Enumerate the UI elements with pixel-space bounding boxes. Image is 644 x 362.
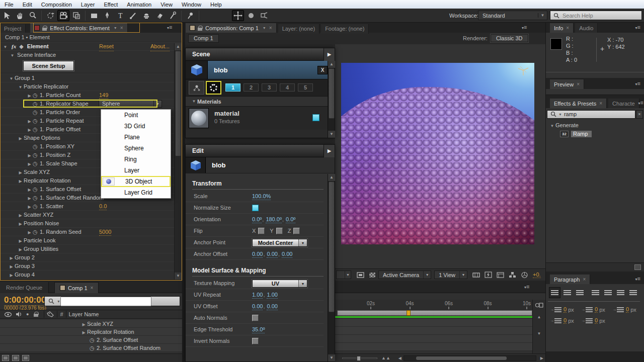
- group-slot-1[interactable]: 1: [225, 83, 240, 92]
- property-value[interactable]: 0.0: [99, 203, 107, 210]
- delete-object-button[interactable]: X: [317, 66, 328, 74]
- stopwatch-icon[interactable]: ◷: [33, 159, 40, 168]
- scene-object-row[interactable]: blob X: [186, 61, 335, 79]
- align-button-4[interactable]: [602, 287, 614, 298]
- value-scrubber[interactable]: 0.00: [252, 303, 263, 310]
- effects-search-box[interactable]: ▼: [547, 110, 635, 119]
- value-scrubber[interactable]: 1.00: [252, 291, 263, 299]
- frame-blend-icon[interactable]: [12, 355, 19, 361]
- stopwatch-icon[interactable]: ◷: [90, 344, 97, 352]
- panel-menu-icon[interactable]: ≡: [635, 80, 640, 86]
- dropdown-item-3d-grid[interactable]: 3D Grid: [101, 121, 171, 132]
- timeline-search-box[interactable]: ▼: [44, 296, 180, 306]
- indent-value[interactable]: 0: [595, 317, 598, 324]
- stopwatch-icon[interactable]: ◷: [33, 194, 40, 202]
- close-icon[interactable]: ×: [583, 277, 586, 282]
- timeline-zoom-slider[interactable]: [342, 357, 377, 359]
- flip-checkbox-z[interactable]: [293, 228, 300, 234]
- close-icon[interactable]: ×: [566, 25, 569, 31]
- eraser-tool-icon[interactable]: [153, 10, 166, 21]
- effect-row[interactable]: ▶Group 3: [0, 261, 174, 270]
- scroll-down-icon[interactable]: ▼: [328, 354, 335, 361]
- stopwatch-icon[interactable]: ◷: [33, 228, 40, 236]
- value-scrubber[interactable]: 100.0%: [252, 193, 271, 200]
- tab-info[interactable]: Info×: [550, 23, 574, 33]
- camera-tool-icon[interactable]: [57, 10, 69, 21]
- current-time-display[interactable]: 0:00:00:00: [4, 295, 46, 306]
- help-search-box[interactable]: [550, 11, 642, 20]
- roto-brush-tool-icon[interactable]: [167, 10, 179, 21]
- scroll-down-icon[interactable]: ▼: [328, 131, 335, 138]
- scroll-right-icon[interactable]: ▶: [538, 356, 545, 360]
- effect-row[interactable]: ▶◷1. Random Seed5000: [0, 227, 174, 236]
- menu-view[interactable]: View: [156, 2, 177, 8]
- flip-checkbox-x[interactable]: [258, 228, 265, 234]
- property-value[interactable]: 149: [99, 92, 108, 99]
- align-button-0[interactable]: [549, 287, 560, 298]
- label-tag-icon[interactable]: [47, 311, 54, 317]
- tab-layer[interactable]: Layer: (none): [278, 24, 319, 34]
- tab-preview[interactable]: Preview×: [550, 79, 584, 89]
- effect-row[interactable]: ◷1. Replicator ShapeSphere▼: [0, 99, 174, 108]
- property-dropdown[interactable]: Model Center▼: [252, 239, 307, 247]
- value-scrubber[interactable]: 180.0º: [266, 216, 282, 223]
- effects-group-generate[interactable]: ▼Generate: [546, 120, 644, 129]
- camera-view-popup[interactable]: Active Camera ▼: [378, 270, 431, 279]
- indent-field-0[interactable]: →0px: [550, 306, 574, 313]
- tab-project[interactable]: Project: [0, 24, 26, 34]
- effect-row[interactable]: ▶Group 2: [0, 253, 174, 261]
- stopwatch-icon[interactable]: ◷: [90, 336, 97, 344]
- menu-window[interactable]: Window: [177, 2, 206, 8]
- scroll-up-icon[interactable]: ▲: [175, 43, 182, 50]
- track-camera-icon[interactable]: [258, 10, 270, 21]
- stopwatch-icon[interactable]: ◷: [33, 117, 40, 125]
- view-layout-popup[interactable]: 1 View ▼: [434, 270, 467, 279]
- scroll-up-icon[interactable]: ▲: [533, 315, 545, 319]
- group-slot-2[interactable]: 2: [244, 83, 259, 92]
- value-scrubber[interactable]: 0.00: [267, 303, 277, 310]
- stopwatch-icon[interactable]: ◷: [33, 151, 40, 159]
- align-button-3[interactable]: [590, 287, 601, 298]
- stopwatch-icon[interactable]: ◷: [33, 142, 40, 151]
- indent-value[interactable]: 0: [626, 306, 629, 313]
- orbit-camera-sphere-icon[interactable]: [245, 10, 257, 21]
- twirl-down-icon[interactable]: ▼: [191, 99, 197, 104]
- effect-row[interactable]: ▶Group Utilities: [0, 244, 174, 253]
- scroll-down-icon[interactable]: ▼: [533, 331, 545, 336]
- tab-paragraph[interactable]: Paragraph×: [550, 275, 590, 284]
- close-icon[interactable]: ×: [91, 285, 94, 291]
- light-axis-icon[interactable]: [516, 64, 530, 76]
- solo-icon[interactable]: ●: [26, 312, 29, 317]
- panel-menu-icon[interactable]: ≡: [522, 24, 526, 30]
- panel-menu-icon[interactable]: ≡: [635, 24, 640, 30]
- tab-footage[interactable]: Footage: (none): [321, 24, 369, 34]
- text-tool-icon[interactable]: T: [114, 10, 126, 21]
- hand-tool-icon[interactable]: [14, 10, 26, 21]
- scroll-down-icon[interactable]: ▼: [175, 273, 182, 280]
- work-area-bar[interactable]: [337, 310, 532, 316]
- close-icon[interactable]: ×: [120, 25, 123, 31]
- indent-value[interactable]: 0: [595, 306, 598, 313]
- effect-row[interactable]: ▶◷1. Scatter0.0: [0, 202, 174, 210]
- effect-row[interactable]: ▼Group 1: [0, 73, 174, 82]
- workspace-select[interactable]: Standard ▼: [478, 11, 547, 20]
- menu-help[interactable]: Help: [206, 2, 226, 8]
- panel-menu-icon[interactable]: ≡: [167, 24, 172, 30]
- tab-composition[interactable]: Composition: Comp 1 ▼ ×: [186, 23, 277, 33]
- panel-menu-icon[interactable]: ≡: [524, 284, 529, 290]
- time-ruler[interactable]: 02s04s06s08s10s: [335, 300, 532, 310]
- work-area-marker[interactable]: [407, 310, 411, 316]
- effect-row[interactable]: ▶◷1. Particle Count149: [0, 90, 174, 99]
- column-layer-name[interactable]: Layer Name: [69, 311, 99, 317]
- hscroll-thumb[interactable]: [416, 356, 507, 360]
- dropdown-item-point[interactable]: Point: [101, 110, 171, 121]
- dropdown-item-3d-object[interactable]: 3D Object: [101, 176, 171, 187]
- exposure-value[interactable]: +0.: [533, 272, 541, 278]
- group-slot-3[interactable]: 3: [262, 83, 277, 92]
- brush-tool-icon[interactable]: [127, 10, 139, 21]
- stopwatch-icon[interactable]: ◷: [33, 100, 40, 108]
- dropdown-item-sphere[interactable]: Sphere: [101, 143, 171, 154]
- lock-icon[interactable]: [34, 312, 38, 317]
- comp-viewer-tab[interactable]: Comp 1: [188, 34, 219, 43]
- ec-scrollbar[interactable]: ▲ ▼: [174, 43, 181, 280]
